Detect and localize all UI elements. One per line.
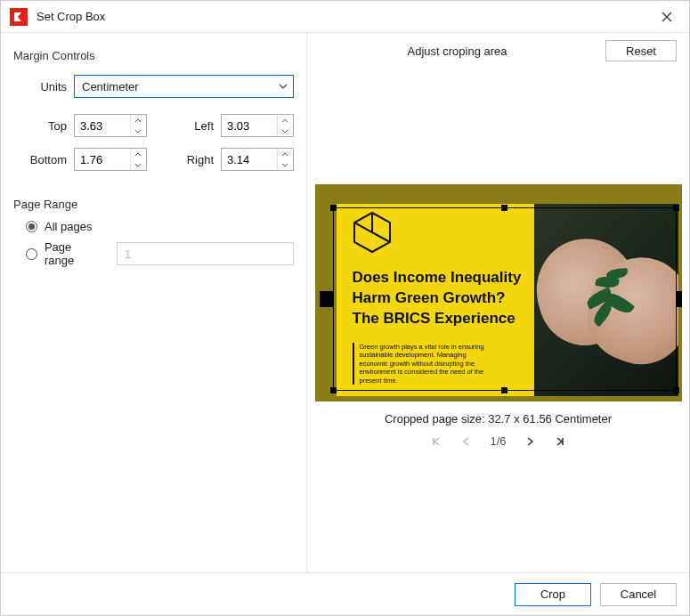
pager: 1/6: [431, 434, 564, 448]
left-panel: Margin Controls Units Centimeter Top: [1, 33, 306, 572]
close-button[interactable]: [653, 4, 680, 30]
page-range-section: Page Range All pages Page range 1: [13, 194, 294, 274]
bottom-step-up[interactable]: [131, 149, 144, 159]
units-label: Units: [13, 80, 74, 93]
units-row: Units Centimeter: [13, 75, 294, 98]
preview-area: Does Income Inequality Harm Green Growth…: [307, 69, 689, 572]
section-page-range: Page Range: [13, 198, 294, 211]
left-step-down[interactable]: [278, 126, 291, 136]
crop-handle-w[interactable]: [320, 291, 334, 307]
adjust-cropping-label: Adjust croping area: [320, 45, 595, 58]
radio-page-range-row[interactable]: Page range 1: [26, 240, 294, 267]
right-spinner[interactable]: [221, 148, 294, 171]
crop-handle-sw[interactable]: [330, 387, 337, 393]
crop-button[interactable]: Crop: [515, 583, 591, 606]
section-margin-controls: Margin Controls: [13, 49, 294, 62]
pager-prev[interactable]: [461, 436, 470, 447]
top-label: Top: [13, 119, 74, 133]
dialog-body: Margin Controls Units Centimeter Top: [1, 33, 689, 572]
titlebar: Set Crop Box: [1, 1, 689, 33]
preview-canvas[interactable]: Does Income Inequality Harm Green Growth…: [315, 184, 682, 401]
crop-handle-e[interactable]: [676, 291, 682, 307]
bottom-step-down[interactable]: [131, 159, 144, 170]
right-label: Right: [160, 153, 221, 166]
radio-all-pages-row[interactable]: All pages: [26, 220, 294, 233]
bottom-input[interactable]: [75, 153, 130, 166]
dialog-set-crop-box: Set Crop Box Margin Controls Units Centi…: [0, 0, 690, 616]
radio-all-pages[interactable]: [26, 221, 37, 232]
left-label: Left: [160, 119, 221, 133]
prev-page-icon: [461, 436, 470, 447]
close-icon: [662, 12, 672, 22]
top-input[interactable]: [75, 119, 130, 133]
margins-grid: Top Left Bottom: [13, 114, 294, 171]
left-step-up[interactable]: [278, 115, 291, 126]
page-range-input[interactable]: 1: [117, 242, 294, 265]
next-page-icon: [526, 436, 535, 447]
radio-all-pages-label: All pages: [45, 220, 92, 233]
crop-handle-ne[interactable]: [673, 205, 679, 211]
crop-handle-n[interactable]: [501, 205, 507, 211]
top-spinner[interactable]: [74, 114, 147, 137]
window-title: Set Crop Box: [37, 10, 653, 23]
radio-page-range-label: Page range: [45, 240, 104, 267]
app-icon: [10, 8, 28, 26]
top-step-down[interactable]: [131, 126, 144, 136]
right-top-bar: Adjust croping area Reset: [307, 33, 689, 69]
units-selected-value: Centimeter: [82, 80, 139, 93]
left-spinner[interactable]: [221, 114, 294, 137]
pager-last[interactable]: [555, 436, 565, 447]
units-select[interactable]: Centimeter: [74, 75, 294, 98]
crop-rectangle[interactable]: [333, 207, 677, 391]
right-step-down[interactable]: [278, 159, 291, 170]
crop-handle-nw[interactable]: [330, 205, 337, 211]
cancel-button[interactable]: Cancel: [600, 583, 677, 606]
bottom-spinner[interactable]: [74, 148, 147, 171]
radio-page-range[interactable]: [26, 248, 37, 260]
first-page-icon: [431, 436, 442, 447]
right-input[interactable]: [222, 153, 277, 166]
pager-first[interactable]: [431, 436, 442, 447]
right-step-up[interactable]: [278, 149, 291, 159]
cropped-page-size: Cropped page size: 32.7 x 61.56 Centimet…: [385, 412, 612, 426]
top-step-up[interactable]: [131, 115, 144, 126]
bottom-label: Bottom: [13, 153, 74, 166]
page-indicator: 1/6: [490, 434, 506, 448]
crop-handle-s[interactable]: [501, 387, 507, 393]
right-panel: Adjust croping area Reset: [306, 33, 689, 572]
last-page-icon: [555, 436, 565, 447]
dialog-footer: Crop Cancel: [1, 572, 689, 615]
chevron-down-icon: [279, 84, 288, 89]
reset-button[interactable]: Reset: [605, 40, 677, 61]
crop-handle-se[interactable]: [673, 387, 679, 393]
left-input[interactable]: [222, 119, 277, 133]
pager-next[interactable]: [526, 436, 535, 447]
